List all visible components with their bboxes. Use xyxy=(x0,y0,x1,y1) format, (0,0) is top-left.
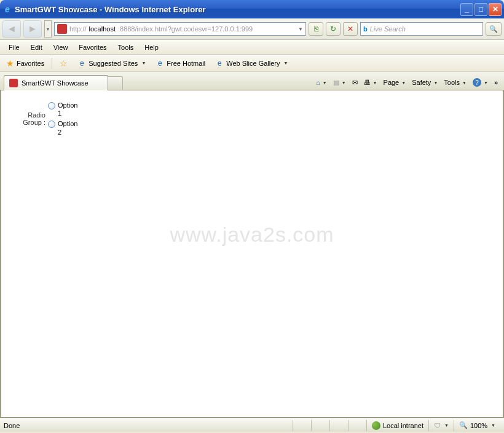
zone-label: Local intranet xyxy=(383,422,423,429)
globe-icon: e xyxy=(77,59,86,68)
radio-group-label: Radio Group : xyxy=(11,100,48,138)
chevron-down-icon: ▼ xyxy=(462,81,467,85)
zone-icon xyxy=(372,421,380,430)
chevron-down-icon: ▼ xyxy=(284,61,288,65)
print-button[interactable]: 🖶▼ xyxy=(361,77,380,87)
search-button[interactable]: 🔍 xyxy=(486,22,502,36)
globe-icon: e xyxy=(156,59,164,68)
favorites-bar: ★ Favorites ☆ e Suggested Sites ▼ e Free… xyxy=(0,55,504,72)
chevron-right-icon: » xyxy=(494,79,498,86)
new-tab-button[interactable] xyxy=(108,76,123,90)
tab-bar: SmartGWT Showcase ⌂▼ ▤▼ ✉ 🖶▼ Page▼ Safet… xyxy=(0,72,504,90)
free-hotmail-button[interactable]: e Free Hotmail xyxy=(153,58,208,69)
chevron-down-icon: ▼ xyxy=(401,81,406,85)
add-favorite-button[interactable]: ☆ xyxy=(57,57,70,70)
forward-button[interactable]: ► xyxy=(23,20,42,38)
chevron-down-icon: ▼ xyxy=(444,423,449,427)
chevron-down-icon: ▼ xyxy=(491,423,495,427)
status-pane-empty1 xyxy=(293,420,311,431)
tab-active[interactable]: SmartGWT Showcase xyxy=(4,75,108,90)
menu-view[interactable]: View xyxy=(49,42,73,53)
chevron-down-icon: ▼ xyxy=(373,81,377,85)
suggested-label: Suggested Sites xyxy=(89,60,138,67)
feeds-button[interactable]: ▤▼ xyxy=(331,77,348,88)
favorites-button[interactable]: ★ Favorites xyxy=(4,57,47,70)
status-pane-empty4 xyxy=(348,420,366,431)
refresh-button[interactable]: ↻ xyxy=(326,22,341,36)
printer-icon: 🖶 xyxy=(364,79,371,86)
radio-icon xyxy=(48,121,55,128)
radio-option-1[interactable]: Option 1 xyxy=(48,100,80,119)
menu-tools[interactable]: Tools xyxy=(113,42,139,53)
site-icon xyxy=(57,24,67,34)
zoom-control[interactable]: 🔍 100% ▼ xyxy=(454,420,500,431)
watermark-text: www.java2s.com xyxy=(170,222,334,246)
window-title: SmartGWT Showcase - Windows Internet Exp… xyxy=(15,5,460,14)
chevron-down-icon: ▼ xyxy=(433,81,438,85)
chevron-down-icon: ▼ xyxy=(484,81,488,85)
search-placeholder: Live Search xyxy=(370,25,406,33)
tab-title: SmartGWT Showcase xyxy=(22,79,89,87)
shield-icon: 🛡 xyxy=(434,422,441,429)
navigation-bar: ◄ ► ▼ http://localhost:8888/index.html?g… xyxy=(0,18,504,40)
history-dropdown[interactable]: ▼ xyxy=(44,20,52,38)
read-mail-button[interactable]: ✉ xyxy=(350,77,360,88)
chevron-down-icon: ▼ xyxy=(141,61,146,65)
minimize-button[interactable]: _ xyxy=(460,3,473,16)
tab-site-icon xyxy=(9,79,18,87)
web-slice-button[interactable]: e Web Slice Gallery ▼ xyxy=(213,58,290,69)
radio-option-2[interactable]: Option 2 xyxy=(48,119,80,137)
star-icon: ★ xyxy=(6,58,14,68)
star-icon: ☆ xyxy=(60,58,68,68)
menu-file[interactable]: File xyxy=(4,42,25,53)
suggested-sites-button[interactable]: e Suggested Sites ▼ xyxy=(75,58,148,69)
home-button[interactable]: ⌂▼ xyxy=(313,77,329,87)
mail-icon: ✉ xyxy=(352,79,358,87)
menu-edit[interactable]: Edit xyxy=(26,42,47,53)
status-bar: Done Local intranet 🛡▼ 🔍 100% ▼ xyxy=(0,418,504,432)
page-menu[interactable]: Page▼ xyxy=(381,77,409,87)
safety-label: Safety xyxy=(412,79,431,86)
rss-icon: ▤ xyxy=(333,79,339,87)
close-button[interactable]: ✕ xyxy=(489,3,502,16)
url-rest: :8888/index.html?gwt.codesvr=127.0.0.1:9… xyxy=(118,25,253,33)
home-icon: ⌂ xyxy=(316,79,320,86)
stop-button[interactable]: ✕ xyxy=(343,22,358,36)
divider xyxy=(52,58,52,69)
status-pane-empty2 xyxy=(311,420,329,431)
maximize-button[interactable]: □ xyxy=(474,3,487,16)
url-dropdown-icon[interactable]: ▼ xyxy=(298,26,303,32)
page-content: Radio Group : Option 1 Option 2 www.java… xyxy=(0,90,504,418)
radio-group: Option 1 Option 2 xyxy=(48,100,80,138)
radio-label-2: Option 2 xyxy=(58,120,80,136)
url-prefix: http:// xyxy=(69,25,87,33)
protected-mode[interactable]: 🛡▼ xyxy=(428,420,454,431)
search-input[interactable]: b Live Search xyxy=(360,22,483,36)
window-controls: _ □ ✕ xyxy=(460,3,502,16)
menu-help[interactable]: Help xyxy=(140,42,163,53)
safety-menu[interactable]: Safety▼ xyxy=(409,77,440,87)
help-button[interactable]: ?▼ xyxy=(470,77,490,88)
radio-icon xyxy=(48,102,55,109)
address-bar[interactable]: http://localhost:8888/index.html?gwt.cod… xyxy=(54,22,306,36)
webslice-label: Web Slice Gallery xyxy=(226,60,280,67)
form: Radio Group : Option 1 Option 2 xyxy=(11,100,80,138)
tools-label: Tools xyxy=(444,79,460,86)
chevron-down-icon: ▼ xyxy=(323,81,327,85)
compat-button[interactable]: ⎘ xyxy=(309,22,323,36)
tools-menu[interactable]: Tools▼ xyxy=(441,77,469,87)
page-label: Page xyxy=(384,79,400,86)
bing-icon: b xyxy=(363,25,368,33)
zoom-icon: 🔍 xyxy=(459,421,468,429)
menu-favorites[interactable]: Favorites xyxy=(74,42,111,53)
ie-icon: e xyxy=(2,4,12,14)
radio-label-1: Option 1 xyxy=(58,101,80,117)
favorites-label: Favorites xyxy=(17,60,44,67)
hotmail-label: Free Hotmail xyxy=(167,60,205,67)
status-zone[interactable]: Local intranet xyxy=(366,420,428,431)
url-host: localhost xyxy=(89,25,116,33)
expand-button[interactable]: » xyxy=(492,77,500,87)
globe-icon: e xyxy=(215,59,224,68)
back-button[interactable]: ◄ xyxy=(2,20,21,38)
zoom-value: 100% xyxy=(470,422,487,429)
